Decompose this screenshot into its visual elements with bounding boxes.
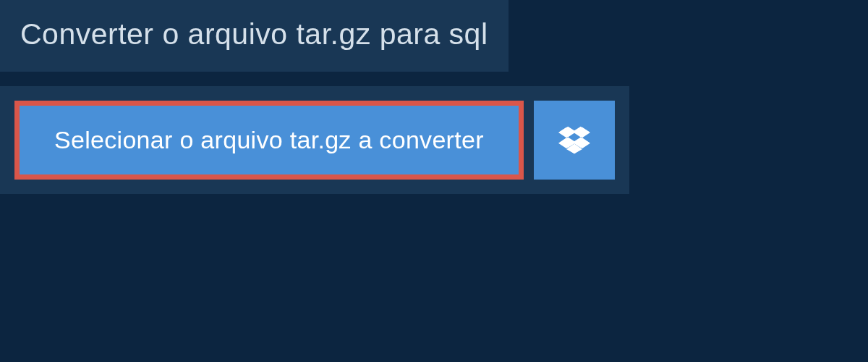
page-title: Converter o arquivo tar.gz para sql bbox=[0, 0, 509, 72]
select-file-button[interactable]: Selecionar o arquivo tar.gz a converter bbox=[14, 101, 524, 180]
upload-button-row: Selecionar o arquivo tar.gz a converter bbox=[0, 86, 629, 194]
dropbox-icon bbox=[558, 125, 590, 156]
svg-marker-1 bbox=[572, 126, 589, 137]
dropbox-button[interactable] bbox=[534, 101, 615, 180]
select-file-label: Selecionar o arquivo tar.gz a converter bbox=[54, 126, 484, 153]
title-text: Converter o arquivo tar.gz para sql bbox=[20, 17, 488, 51]
